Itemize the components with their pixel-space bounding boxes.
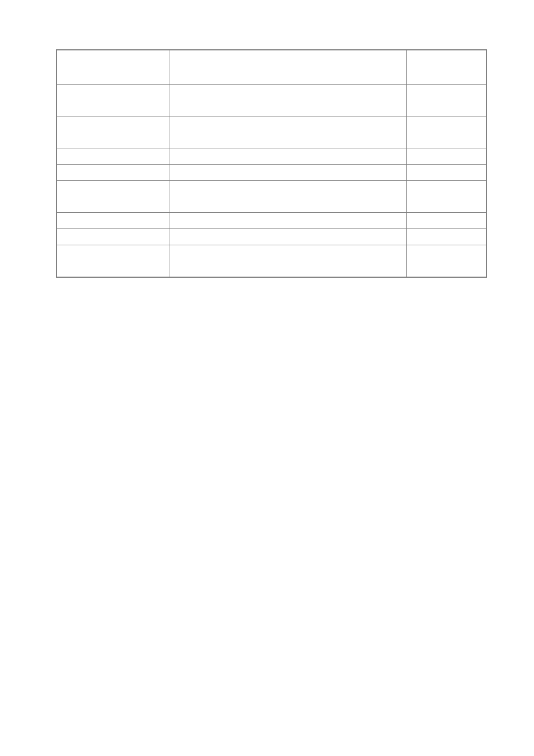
table-cell [170, 213, 406, 229]
table-cell [170, 50, 406, 85]
cell-text [407, 85, 486, 89]
table-cell [406, 50, 486, 85]
cell-text [57, 229, 170, 234]
table-cell [170, 85, 406, 116]
table-cell [57, 213, 170, 229]
cell-text [407, 245, 486, 250]
cell-text [407, 229, 486, 234]
table-cell [406, 165, 486, 181]
table-row [57, 50, 486, 85]
cell-text [170, 229, 406, 234]
table-cell [170, 245, 406, 278]
cell-text [407, 213, 486, 217]
cell-text [170, 245, 406, 250]
table-cell [57, 116, 170, 148]
table-cell [170, 165, 406, 181]
cell-text [57, 116, 170, 121]
cell-text [57, 50, 170, 55]
cell-text [57, 85, 170, 89]
table-row [57, 116, 486, 148]
table-cell [406, 229, 486, 245]
cell-text [170, 148, 406, 153]
cell-text [57, 245, 170, 250]
data-table [56, 49, 487, 278]
table-row [57, 181, 486, 213]
table-cell [170, 181, 406, 213]
table-cell [406, 116, 486, 148]
table-cell [57, 229, 170, 245]
cell-text [407, 116, 486, 121]
table-cell [57, 85, 170, 116]
table-row [57, 229, 486, 245]
table-cell [170, 229, 406, 245]
table-cell [57, 245, 170, 278]
table-cell [57, 148, 170, 165]
cell-text [407, 148, 486, 153]
table-cell [170, 116, 406, 148]
table-cell [406, 213, 486, 229]
table-row [57, 245, 486, 278]
table-row [57, 165, 486, 181]
cell-text [170, 181, 406, 185]
cell-text [170, 116, 406, 121]
cell-text [407, 181, 486, 185]
cell-text [170, 85, 406, 89]
cell-text [407, 50, 486, 55]
cell-text [170, 213, 406, 217]
table-row [57, 148, 486, 165]
table-cell [57, 50, 170, 85]
page [0, 0, 534, 756]
cell-text [57, 181, 170, 185]
table-cell [57, 165, 170, 181]
cell-text [57, 165, 170, 169]
cell-text [407, 165, 486, 169]
table-cell [406, 245, 486, 278]
table-cell [406, 85, 486, 116]
table-row [57, 213, 486, 229]
table-row [57, 85, 486, 116]
cell-text [57, 213, 170, 217]
table-cell [406, 148, 486, 165]
table-cell [57, 181, 170, 213]
cell-text [57, 148, 170, 153]
table-cell [170, 148, 406, 165]
cell-text [170, 165, 406, 169]
table-cell [406, 181, 486, 213]
cell-text [170, 50, 406, 55]
